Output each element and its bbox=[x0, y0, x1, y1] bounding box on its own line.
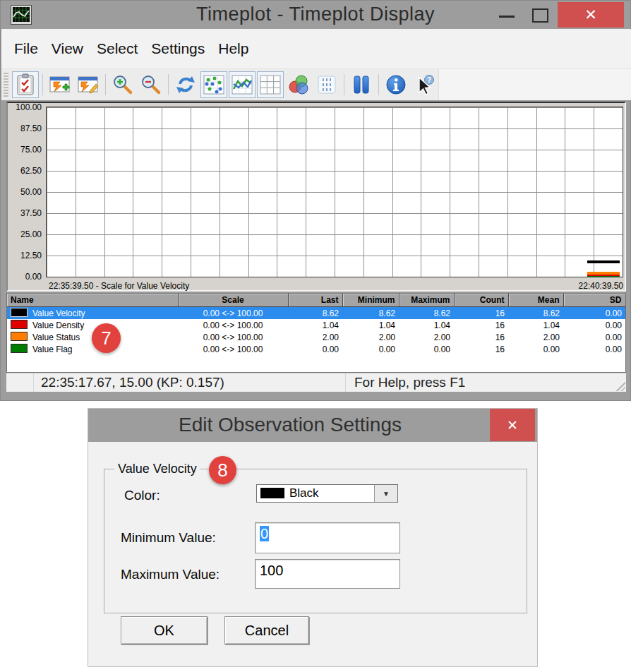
resize-grip[interactable] bbox=[615, 380, 625, 391]
x-start-label: 22:35:39.50 - Scale for Value Velocity bbox=[49, 281, 189, 291]
column-header-mean[interactable]: Mean bbox=[508, 294, 563, 307]
y-tick-label: 37.50 bbox=[8, 208, 42, 218]
cell-count: 16 bbox=[454, 319, 508, 331]
titlebar: Timeplot - Timeplot Display ✕ bbox=[1, 1, 630, 29]
cancel-button[interactable]: Cancel bbox=[224, 616, 309, 644]
cell-mean: 8.62 bbox=[508, 307, 563, 320]
edit-plot-button[interactable] bbox=[75, 71, 102, 98]
cell-count: 16 bbox=[454, 331, 508, 343]
color-value: Black bbox=[289, 486, 319, 500]
info-icon bbox=[385, 74, 407, 95]
table-header-row: NameScaleLastMinimumMaximumCountMeanSD bbox=[7, 294, 625, 307]
cell-sd: 0.00 bbox=[563, 307, 625, 320]
toolbar-separator bbox=[378, 74, 379, 95]
svg-text:?: ? bbox=[427, 76, 431, 84]
ok-button[interactable]: OK bbox=[121, 616, 208, 644]
menu-item-file[interactable]: File bbox=[14, 40, 38, 57]
y-tick-label: 50.00 bbox=[8, 187, 42, 197]
chart-panel: 100.0087.5075.0062.5050.0037.5025.0012.5… bbox=[6, 102, 626, 292]
series-name: Value Flag bbox=[32, 344, 72, 354]
cell-mean: 2.00 bbox=[508, 331, 563, 343]
checklist-button[interactable] bbox=[12, 71, 39, 98]
chevron-down-icon: ▼ bbox=[383, 490, 390, 498]
y-tick-label: 87.50 bbox=[8, 124, 42, 133]
series-line-value-status bbox=[587, 272, 620, 275]
series-name: Value Density bbox=[32, 320, 84, 330]
column-header-scale[interactable]: Scale bbox=[178, 294, 288, 307]
cell-sd: 0.00 bbox=[563, 319, 625, 331]
maximize-button[interactable] bbox=[532, 8, 548, 23]
minimize-button[interactable] bbox=[499, 16, 515, 18]
y-tick-label: 25.00 bbox=[8, 229, 42, 239]
cell-min: 0.00 bbox=[342, 343, 399, 355]
venn-circles-button[interactable] bbox=[285, 71, 312, 98]
maximum-value-input[interactable]: 100 bbox=[255, 559, 400, 589]
add-plot-button[interactable] bbox=[47, 71, 73, 98]
series-color-swatch bbox=[11, 308, 28, 317]
cell-max: 0.00 bbox=[399, 343, 454, 355]
markers-button[interactable] bbox=[313, 71, 340, 98]
grid-toggle[interactable] bbox=[257, 71, 284, 98]
menu-bar: FileViewSelectSettingsHelp bbox=[1, 29, 631, 69]
zoom-out-icon bbox=[140, 74, 162, 95]
cell-sd: 0.00 bbox=[563, 331, 625, 343]
minimum-value-input[interactable]: 0 bbox=[255, 522, 400, 553]
info-button[interactable] bbox=[383, 71, 409, 98]
add-plot-icon bbox=[49, 75, 71, 95]
column-header-maximum[interactable]: Maximum bbox=[399, 294, 454, 307]
cell-count: 16 bbox=[454, 307, 508, 320]
menu-item-view[interactable]: View bbox=[52, 40, 83, 57]
toolbar-gripper[interactable] bbox=[4, 73, 8, 97]
status-panel-empty bbox=[6, 373, 34, 392]
scatter-plot-toggle[interactable] bbox=[200, 71, 227, 98]
edit-plot-icon bbox=[77, 75, 100, 95]
help-cursor-button[interactable]: ? bbox=[411, 71, 438, 98]
dropdown-button[interactable]: ▼ bbox=[374, 485, 397, 502]
y-tick-label: 75.00 bbox=[8, 145, 42, 155]
zoom-in-icon bbox=[112, 74, 133, 95]
plot-area[interactable] bbox=[46, 107, 623, 277]
column-header-sd[interactable]: SD bbox=[563, 294, 625, 307]
zoom-out-button[interactable] bbox=[138, 71, 164, 98]
selected-input-text: 0 bbox=[260, 526, 269, 541]
series-color-swatch bbox=[11, 320, 28, 329]
y-tick-label: 62.50 bbox=[8, 166, 42, 176]
input-text: 100 bbox=[260, 563, 283, 578]
table-row-value-velocity[interactable]: Value Velocity0.00 <-> 100.008.628.628.6… bbox=[7, 307, 625, 320]
refresh-icon bbox=[174, 74, 197, 95]
dialog-title: Edit Observation Settings bbox=[88, 414, 492, 436]
toolbar-separator bbox=[105, 74, 106, 95]
menu-item-settings[interactable]: Settings bbox=[151, 40, 205, 57]
column-header-minimum[interactable]: Minimum bbox=[342, 294, 399, 307]
pause-button[interactable] bbox=[348, 71, 375, 98]
series-name: Value Velocity bbox=[32, 308, 85, 318]
toolbar-empty-area bbox=[438, 69, 631, 100]
toolbar-separator bbox=[168, 74, 169, 95]
y-axis-ticks: 100.0087.5075.0062.5050.0037.5025.0012.5… bbox=[8, 107, 43, 276]
help-cursor-icon: ? bbox=[413, 73, 435, 96]
cell-scale: 0.00 <-> 100.00 bbox=[178, 343, 288, 355]
menu-item-help[interactable]: Help bbox=[218, 40, 248, 57]
cell-mean: 0.00 bbox=[508, 343, 563, 355]
line-chart-toggle[interactable] bbox=[229, 71, 256, 98]
x-end-label: 22:40:39.50 bbox=[579, 281, 623, 291]
zoom-in-button[interactable] bbox=[109, 71, 136, 98]
toolbar-separator bbox=[344, 74, 344, 95]
line-chart-icon bbox=[231, 74, 253, 95]
scatter-plot-icon bbox=[203, 74, 225, 95]
column-header-count[interactable]: Count bbox=[454, 294, 508, 307]
edit-observation-settings-dialog: Edit Observation Settings ✕ Value Veloci… bbox=[88, 408, 538, 667]
column-header-last[interactable]: Last bbox=[288, 294, 342, 307]
menu-item-select[interactable]: Select bbox=[97, 40, 138, 57]
cell-mean: 1.04 bbox=[508, 319, 563, 331]
x-axis-labels: 22:35:39.50 - Scale for Value Velocity 2… bbox=[46, 280, 623, 291]
cell-max: 1.04 bbox=[399, 319, 454, 331]
color-dropdown[interactable]: Black ▼ bbox=[256, 484, 398, 503]
color-swatch bbox=[260, 488, 284, 498]
y-tick-label: 12.50 bbox=[8, 251, 42, 260]
refresh-button[interactable] bbox=[172, 71, 199, 98]
close-button[interactable]: ✕ bbox=[558, 2, 624, 28]
dialog-close-button[interactable]: ✕ bbox=[490, 409, 535, 441]
column-header-name[interactable]: Name bbox=[7, 294, 178, 307]
cell-max: 8.62 bbox=[399, 307, 454, 320]
